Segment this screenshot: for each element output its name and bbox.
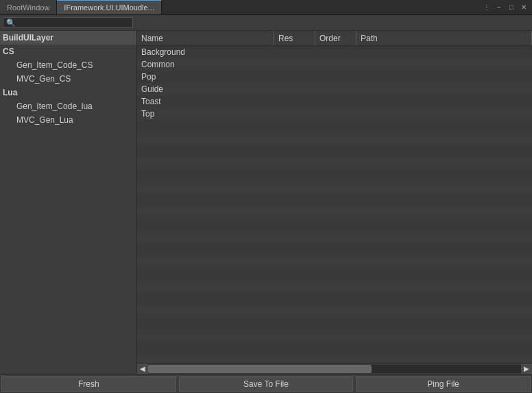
maximize-button[interactable]: □: [507, 3, 516, 12]
main-panel: Name Res Order Path Background: [137, 31, 532, 374]
cell-name: Top: [137, 109, 274, 119]
table-row[interactable]: [137, 342, 532, 355]
sidebar-item-gen-item-code-cs[interactable]: Gen_Item_Code_CS: [0, 58, 136, 72]
col-header-name[interactable]: Name: [137, 31, 274, 45]
save-to-file-button[interactable]: Save To File: [179, 376, 354, 392]
h-scroll-right-button[interactable]: ▶: [521, 364, 532, 374]
table-row[interactable]: [137, 120, 532, 132]
fresh-button[interactable]: Fresh: [1, 376, 176, 392]
title-bar-tabs: RootWindow IFramework.UI.UIMoudle...: [0, 0, 479, 14]
cell-name: Guide: [137, 84, 274, 94]
title-bar-controls: ⋮ − □ ✕: [479, 3, 532, 12]
menu-icon[interactable]: ⋮: [483, 3, 491, 12]
title-bar: RootWindow IFramework.UI.UIMoudle... ⋮ −…: [0, 0, 532, 15]
table-row[interactable]: Guide: [137, 83, 532, 95]
cell-name: Toast: [137, 97, 274, 106]
search-input[interactable]: [3, 17, 133, 28]
table-row[interactable]: Background: [137, 46, 532, 58]
col-header-order[interactable]: Order: [315, 31, 356, 45]
sidebar: BuildUILayer CS Gen_Item_Code_CS MVC_Gen…: [0, 31, 137, 374]
cell-name: Common: [137, 60, 274, 69]
sidebar-item-mvc-gen-cs[interactable]: MVC_Gen_CS: [0, 72, 136, 86]
table-row[interactable]: [137, 305, 532, 318]
table-row[interactable]: [137, 318, 532, 330]
tab-iframework[interactable]: IFramework.UI.UIMoudle...: [57, 0, 161, 14]
table-row[interactable]: [137, 355, 532, 363]
table-row[interactable]: [137, 293, 532, 305]
table-row[interactable]: [137, 256, 532, 268]
sidebar-item-gen-item-code-lua[interactable]: Gen_Item_Code_lua: [0, 99, 136, 113]
sidebar-item-lua[interactable]: Lua: [0, 86, 136, 99]
table-row[interactable]: Toast: [137, 95, 532, 108]
ping-file-button[interactable]: Ping File: [356, 376, 531, 392]
table-row[interactable]: [137, 145, 532, 157]
content-area: BuildUILayer CS Gen_Item_Code_CS MVC_Gen…: [0, 31, 532, 374]
sidebar-item-cs[interactable]: CS: [0, 45, 136, 58]
close-button[interactable]: ✕: [520, 3, 528, 12]
table-row[interactable]: [137, 132, 532, 145]
table-row[interactable]: [137, 182, 532, 194]
h-scroll-left-button[interactable]: ◀: [137, 364, 148, 374]
table-row[interactable]: [137, 268, 532, 281]
table-row[interactable]: [137, 206, 532, 219]
footer: Fresh Save To File Ping File: [0, 374, 532, 393]
table-header: Name Res Order Path: [137, 31, 532, 46]
table-row[interactable]: [137, 194, 532, 206]
sidebar-item-builduillayer[interactable]: BuildUILayer: [0, 31, 136, 45]
table-row[interactable]: Top: [137, 108, 532, 120]
table-row[interactable]: [137, 169, 532, 182]
main-layout: BuildUILayer CS Gen_Item_Code_CS MVC_Gen…: [0, 15, 532, 393]
table-body: Background Common Pop Guide Toas: [137, 46, 532, 363]
cell-name: Pop: [137, 72, 274, 82]
h-scroll-track[interactable]: [148, 365, 521, 373]
h-scroll-thumb[interactable]: [148, 365, 372, 373]
col-header-path[interactable]: Path: [356, 31, 532, 45]
col-header-res[interactable]: Res: [274, 31, 315, 45]
table-row[interactable]: [137, 157, 532, 169]
tab-rootwindow[interactable]: RootWindow: [0, 0, 57, 14]
table-row[interactable]: [137, 330, 532, 342]
search-bar: [0, 15, 532, 31]
table-row[interactable]: [137, 281, 532, 293]
table-row[interactable]: [137, 219, 532, 231]
table-row[interactable]: [137, 243, 532, 256]
table-row[interactable]: Common: [137, 58, 532, 71]
minimize-button[interactable]: −: [495, 3, 503, 12]
h-scroll-bar: ◀ ▶: [137, 363, 532, 374]
table-row[interactable]: [137, 231, 532, 243]
sidebar-item-mvc-gen-lua[interactable]: MVC_Gen_Lua: [0, 113, 136, 127]
cell-name: Background: [137, 47, 274, 57]
table-row[interactable]: Pop: [137, 71, 532, 83]
